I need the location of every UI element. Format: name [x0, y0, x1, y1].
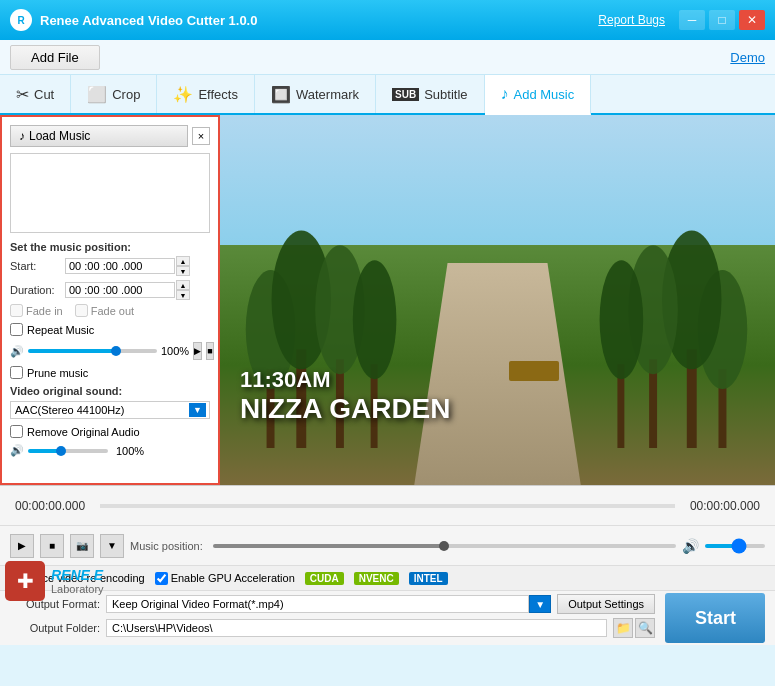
- gpu-accel-checkbox[interactable]: [155, 572, 168, 585]
- close-panel-button[interactable]: ×: [192, 127, 210, 145]
- vol2-icon: 🔊: [10, 444, 24, 457]
- repeat-music-label: Repeat Music: [27, 324, 94, 336]
- timeline-left-time: 00:00:00.000: [15, 499, 85, 513]
- volume-row: 🔊 100% ▶ ■: [10, 342, 210, 360]
- video-location-text: NIZZA GARDEN: [240, 393, 451, 425]
- fade-out-label: Fade out: [91, 305, 134, 317]
- gpu-accel-label: Enable GPU Acceleration: [171, 572, 295, 584]
- cut-icon: ✂: [16, 85, 29, 104]
- fade-in-checkbox[interactable]: [10, 304, 23, 317]
- watermark-icon: 🔲: [271, 85, 291, 104]
- output-fields: Output Format: Keep Original Video Forma…: [10, 594, 655, 642]
- audio-format-wrapper: AAC(Stereo 44100Hz): [10, 400, 210, 419]
- format-row: Output Format: Keep Original Video Forma…: [10, 594, 655, 614]
- gpu-accel-option[interactable]: Enable GPU Acceleration: [155, 572, 295, 585]
- load-music-bar: ♪ Load Music ×: [10, 125, 210, 147]
- duration-up[interactable]: ▲: [176, 280, 190, 290]
- duration-input[interactable]: [65, 282, 175, 298]
- effects-icon: ✨: [173, 85, 193, 104]
- prune-music-row: Prune music: [10, 366, 210, 379]
- close-button[interactable]: ✕: [739, 10, 765, 30]
- load-music-label: Load Music: [29, 129, 90, 143]
- app-logo: R: [10, 9, 32, 31]
- left-panel: ♪ Load Music × Set the music position: S…: [0, 115, 220, 485]
- format-select[interactable]: Keep Original Video Format(*.mp4): [106, 595, 529, 613]
- tab-add-music[interactable]: ♪ Add Music: [485, 75, 592, 115]
- remove-audio-checkbox[interactable]: [10, 425, 23, 438]
- minimize-button[interactable]: ─: [679, 10, 705, 30]
- format-dropdown-btn[interactable]: ▼: [529, 595, 551, 613]
- start-time-down[interactable]: ▼: [176, 266, 190, 276]
- play-button[interactable]: ▶: [193, 342, 202, 360]
- tab-subtitle-label: Subtitle: [424, 87, 467, 102]
- maximize-button[interactable]: □: [709, 10, 735, 30]
- screenshot-dropdown[interactable]: ▼: [100, 534, 124, 558]
- tab-watermark[interactable]: 🔲 Watermark: [255, 75, 376, 113]
- folder-row: Output Folder: 📁 🔍: [10, 618, 655, 638]
- titlebar-controls: Report Bugs ─ □ ✕: [598, 10, 765, 30]
- fade-in-option[interactable]: Fade in: [10, 304, 63, 317]
- vol2-slider[interactable]: [28, 449, 108, 453]
- screenshot-button[interactable]: 📷: [70, 534, 94, 558]
- tab-effects[interactable]: ✨ Effects: [157, 75, 255, 113]
- add-music-icon: ♪: [501, 85, 509, 103]
- bench-element: [509, 361, 559, 381]
- timeline-bar: 00:00:00.000 00:00:00.000: [0, 485, 775, 525]
- timeline-track[interactable]: [100, 504, 675, 508]
- logo-text: RENE.E Laboratory: [51, 567, 104, 595]
- prune-music-label: Prune music: [27, 367, 88, 379]
- repeat-music-checkbox[interactable]: [10, 323, 23, 336]
- load-music-button[interactable]: ♪ Load Music: [10, 125, 188, 147]
- stop-button[interactable]: ■: [206, 342, 213, 360]
- start-time-up[interactable]: ▲: [176, 256, 190, 266]
- remove-audio-label: Remove Original Audio: [27, 426, 140, 438]
- start-time-spinner: ▲ ▼: [176, 256, 190, 276]
- main-play-button[interactable]: ▶: [10, 534, 34, 558]
- fade-in-label: Fade in: [26, 305, 63, 317]
- main-stop-button[interactable]: ■: [40, 534, 64, 558]
- svg-point-7: [353, 260, 397, 379]
- duration-row: Duration: ▲ ▼: [10, 280, 210, 300]
- duration-label: Duration:: [10, 284, 65, 296]
- start-time-input[interactable]: [65, 258, 175, 274]
- video-sound-label: Video original sound:: [10, 385, 210, 397]
- volume-slider[interactable]: [28, 349, 157, 353]
- start-button[interactable]: Start: [665, 593, 765, 643]
- folder-icons: 📁 🔍: [613, 618, 655, 638]
- subtitle-icon: SUB: [392, 88, 419, 101]
- set-position-label: Set the music position:: [10, 241, 210, 253]
- controls-bar: ▶ ■ 📷 ▼ Music position: 🔊: [0, 525, 775, 565]
- search-folder-button[interactable]: 🔍: [635, 618, 655, 638]
- start-time-row: Start: ▲ ▼: [10, 256, 210, 276]
- video-time-text: 11:30AM: [240, 367, 451, 393]
- logo-area: ✚ RENE.E Laboratory: [5, 561, 104, 601]
- tab-watermark-label: Watermark: [296, 87, 359, 102]
- topbar: Add File Demo: [0, 40, 775, 75]
- tab-crop[interactable]: ⬜ Crop: [71, 75, 157, 113]
- vol-row2: 🔊 100%: [10, 444, 210, 457]
- add-file-button[interactable]: Add File: [10, 45, 100, 70]
- logo-sub: Laboratory: [51, 583, 104, 595]
- format-select-wrapper: Keep Original Video Format(*.mp4) ▼: [106, 595, 551, 613]
- duration-down[interactable]: ▼: [176, 290, 190, 300]
- volume-icon: 🔊: [10, 345, 24, 358]
- fade-out-option[interactable]: Fade out: [75, 304, 134, 317]
- open-folder-button[interactable]: 📁: [613, 618, 633, 638]
- audio-format-select[interactable]: AAC(Stereo 44100Hz): [10, 401, 210, 419]
- tab-cut-label: Cut: [34, 87, 54, 102]
- tab-cut[interactable]: ✂ Cut: [0, 75, 71, 113]
- nvenc-badge: NVENC: [354, 572, 399, 585]
- output-settings-button[interactable]: Output Settings: [557, 594, 655, 614]
- music-position-slider[interactable]: [213, 544, 676, 548]
- main-volume-slider[interactable]: [705, 544, 765, 548]
- demo-link[interactable]: Demo: [730, 50, 765, 65]
- intel-badge: INTEL: [409, 572, 448, 585]
- folder-path-input[interactable]: [106, 619, 607, 637]
- output-bar: Output Format: Keep Original Video Forma…: [0, 590, 775, 645]
- report-bugs-link[interactable]: Report Bugs: [598, 13, 665, 27]
- tab-subtitle[interactable]: SUB Subtitle: [376, 75, 485, 113]
- volume-percent: 100%: [161, 345, 189, 357]
- titlebar-left: R Renee Advanced Video Cutter 1.0.0: [10, 9, 257, 31]
- prune-music-checkbox[interactable]: [10, 366, 23, 379]
- fade-out-checkbox[interactable]: [75, 304, 88, 317]
